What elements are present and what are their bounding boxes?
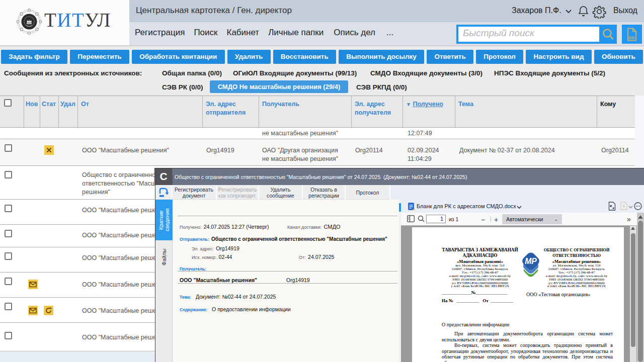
svg-text:МР: МР xyxy=(525,257,537,265)
